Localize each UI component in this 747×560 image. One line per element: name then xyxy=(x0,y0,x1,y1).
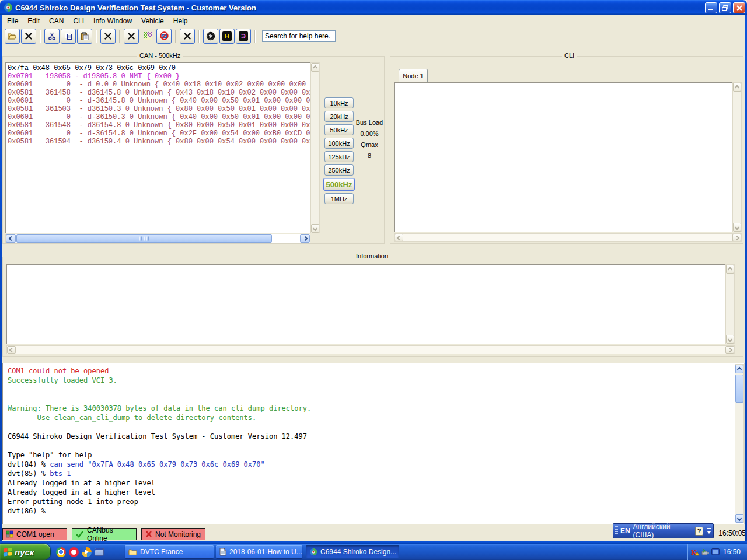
letter-e-reversed-button[interactable]: Э xyxy=(236,29,251,44)
menu-file[interactable]: File xyxy=(2,16,23,26)
menu-cli[interactable]: CLI xyxy=(68,16,89,26)
scroll-up-icon[interactable] xyxy=(726,265,734,274)
scroll-down-icon[interactable] xyxy=(735,514,743,523)
media-player-icon[interactable] xyxy=(82,547,92,557)
paste-button[interactable] xyxy=(77,29,92,44)
x-button[interactable] xyxy=(100,29,116,44)
can-log-area[interactable]: 0x7fa 0x48 0x65 0x79 0x73 0x6c 0x69 0x70… xyxy=(5,62,310,233)
baud-1mhz-button[interactable]: 1MHz xyxy=(324,193,354,204)
no-entry-button[interactable] xyxy=(156,29,172,44)
scroll-right-icon[interactable] xyxy=(300,235,310,243)
close-button[interactable] xyxy=(733,2,745,13)
console-line: COM1 could not be opened xyxy=(8,366,732,376)
taskbar-button-c6944-shiroko-design[interactable]: C6944 Shiroko Design... xyxy=(306,545,399,558)
console-line: dvt(86) % xyxy=(8,506,732,516)
console-vscrollbar[interactable] xyxy=(735,364,744,523)
information-hscrollbar[interactable] xyxy=(6,345,735,354)
taskbar-button-2018-06-01-how-to-u[interactable]: 2018-06-01-How to U... xyxy=(216,545,302,558)
baud-100khz-button[interactable]: 100kHz xyxy=(324,138,354,149)
scroll-down-icon[interactable] xyxy=(733,223,741,232)
window-app-icon[interactable] xyxy=(95,548,104,556)
taskbar-button-dvtc-france[interactable]: DVTC France xyxy=(125,545,214,558)
baud-10khz-button[interactable]: 10kHz xyxy=(324,97,354,108)
browser-chrome-icon[interactable] xyxy=(56,547,66,557)
language-code[interactable]: EN xyxy=(620,527,630,535)
start-button[interactable]: пуск xyxy=(0,544,50,560)
status-canbus-online[interactable]: CANbus Online xyxy=(72,528,137,540)
scroll-left-icon[interactable] xyxy=(6,235,16,243)
taskbar-button-label: DVTC France xyxy=(140,548,183,556)
information-vscrollbar[interactable] xyxy=(725,264,735,344)
status-label: Not Monitoring xyxy=(155,530,201,538)
record-button[interactable] xyxy=(203,29,218,44)
usb-device-icon[interactable] xyxy=(701,548,710,556)
title-bar[interactable]: C6944 Shiroko Design Verification Test S… xyxy=(0,0,747,15)
can-log-line: 0x0581 361458 - d36145.8 0 Unknown { 0x4… xyxy=(8,89,310,97)
scroll-right-icon[interactable] xyxy=(732,234,741,242)
tab-node-1[interactable]: Node 1 xyxy=(399,69,428,82)
baud-500khz-button[interactable]: 500kHz xyxy=(323,178,355,191)
status-com1-open[interactable]: COM1 open xyxy=(2,528,67,540)
antivirus-icon[interactable]: K xyxy=(691,548,700,556)
cli-text-area[interactable] xyxy=(394,82,732,232)
console-text-segment: COM1 could not be opened xyxy=(8,367,109,375)
scroll-up-icon[interactable] xyxy=(733,83,741,92)
scroll-up-icon[interactable] xyxy=(311,63,319,72)
langbar-options-icon[interactable] xyxy=(707,531,711,534)
menu-can[interactable]: CAN xyxy=(44,16,68,26)
baud-125khz-button[interactable]: 125kHz xyxy=(324,151,354,162)
console-line xyxy=(8,385,732,394)
scroll-up-icon[interactable] xyxy=(735,365,743,373)
x-button[interactable] xyxy=(21,29,36,44)
can-log-hscrollbar[interactable] xyxy=(5,234,310,243)
display-icon[interactable] xyxy=(711,548,720,555)
minimize-langbar-icon[interactable] xyxy=(707,528,711,529)
console-panel[interactable]: COM1 could not be openedSuccessfully loa… xyxy=(2,363,745,524)
menu-help[interactable]: Help xyxy=(169,16,193,26)
hscroll-thumb[interactable] xyxy=(16,235,272,243)
scroll-left-icon[interactable] xyxy=(395,234,403,242)
vscroll-thumb[interactable] xyxy=(735,374,743,402)
cut-button[interactable] xyxy=(44,29,60,44)
restore-button[interactable] xyxy=(719,2,731,13)
menu-vehicle[interactable]: Vehicle xyxy=(137,16,169,26)
console-text-segment: dvt(86) % xyxy=(8,507,46,515)
toolbar-separator xyxy=(119,30,120,43)
color-pattern-button[interactable] xyxy=(140,29,155,44)
cli-hscrollbar[interactable] xyxy=(394,233,742,242)
bus-load-block: Bus Load 0.00% Qmax 8 xyxy=(351,117,388,162)
baud-250khz-button[interactable]: 250kHz xyxy=(324,164,354,176)
menu-info-window[interactable]: Info Window xyxy=(89,16,137,26)
x-button[interactable] xyxy=(180,29,195,44)
console-text-segment: C6944 Shiroko Design Verification Test S… xyxy=(8,432,307,440)
language-bar-controls[interactable] xyxy=(705,528,713,534)
console-line: Successfully loaded VCI 3. xyxy=(8,376,732,385)
cli-vscrollbar[interactable] xyxy=(732,82,742,232)
x-button[interactable] xyxy=(124,29,139,44)
scroll-left-icon[interactable] xyxy=(7,346,16,354)
can-log-vscrollbar[interactable] xyxy=(310,62,320,233)
language-help-button[interactable]: ? xyxy=(695,527,704,536)
console-line: Error putting node 1 into preop xyxy=(8,497,732,506)
baud-20khz-button[interactable]: 20kHz xyxy=(324,111,354,122)
no-entry-icon xyxy=(160,32,169,40)
scroll-right-icon[interactable] xyxy=(725,346,734,354)
help-search-input[interactable] xyxy=(262,30,336,42)
scroll-down-icon[interactable] xyxy=(726,335,734,344)
status-not-monitoring[interactable]: Not Monitoring xyxy=(141,528,205,540)
menu-edit[interactable]: Edit xyxy=(23,16,44,26)
copy-button[interactable] xyxy=(61,29,76,44)
console-line xyxy=(8,394,732,404)
minimize-button[interactable] xyxy=(705,2,717,13)
information-text-area[interactable] xyxy=(6,264,725,344)
browser-opera-icon[interactable] xyxy=(69,547,79,557)
language-name[interactable]: Английский (США) xyxy=(633,523,692,539)
open-file-button[interactable] xyxy=(5,29,20,44)
baud-50khz-button[interactable]: 50kHz xyxy=(324,124,354,135)
language-bar-gripper[interactable] xyxy=(615,526,618,536)
letter-h-button[interactable]: H xyxy=(219,29,235,44)
tray-clock[interactable]: 16:50 xyxy=(723,548,741,556)
can-log-line: 0x0601 0 - d-36145.8 0 Unknown { 0x40 0x… xyxy=(8,97,310,105)
scroll-down-icon[interactable] xyxy=(311,224,319,233)
language-bar[interactable]: EN Английский (США) ? xyxy=(613,523,714,538)
